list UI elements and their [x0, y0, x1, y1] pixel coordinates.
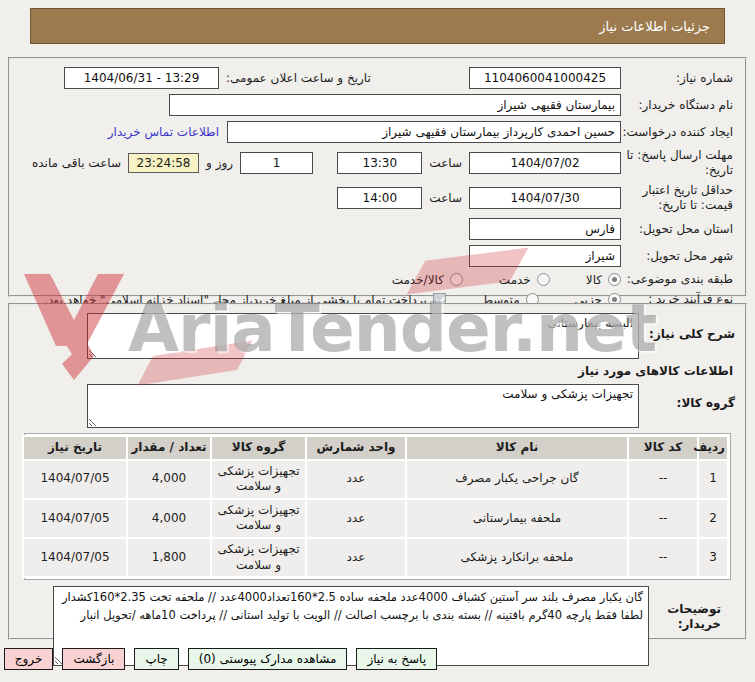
- table-cell: 1404/07/05: [23, 499, 127, 538]
- table-cell: 1404/07/05: [23, 538, 127, 577]
- buyer-org-input[interactable]: [169, 94, 621, 116]
- time-remaining-group: روز و 23:24:58 ساعت باقی مانده: [32, 152, 313, 174]
- exit-button[interactable]: خروج: [4, 648, 54, 670]
- buyer-description-label: توضیحات خریدار:: [649, 586, 721, 632]
- row-request-creator: ایجاد کننده درخواست: اطلاعات تماس خریدار: [22, 121, 733, 143]
- items-table: ردیفکد کالانام کالاواحد شمارشگروه کالاتع…: [22, 435, 729, 578]
- radio-icon[interactable]: [608, 273, 621, 286]
- table-cell: ملحفه برانکارد پزشکی: [406, 538, 628, 577]
- days-remaining-input[interactable]: [240, 152, 313, 174]
- subject-class-options: کالاخدمتکالا/خدمت: [356, 273, 621, 287]
- table-cell: --: [628, 538, 698, 577]
- back-button[interactable]: بازگشت: [62, 648, 125, 670]
- table-header-cell: کد کالا: [628, 436, 698, 460]
- price-validity-time-input[interactable]: [337, 187, 422, 209]
- goods-section-header: اطلاعات کالاهای مورد نیاز: [22, 364, 733, 378]
- table-header-cell: تعداد / مقدار: [127, 436, 211, 460]
- table-cell: 3: [698, 538, 728, 577]
- reply-deadline-label: مهلت ارسال پاسخ: تا تاریخ:: [621, 148, 733, 178]
- row-goods-group: گروه کالا: تجهیزات پزشکی و سلامت: [20, 384, 735, 428]
- price-validity-time-label: ساعت: [429, 191, 462, 205]
- table-header-cell: ردیف: [698, 436, 728, 460]
- table-cell: عدد: [306, 538, 406, 577]
- table-cell: 4,000: [127, 460, 211, 499]
- buyer-contact-link[interactable]: اطلاعات تماس خریدار: [108, 125, 219, 139]
- items-table-wrap: ردیفکد کالانام کالاواحد شمارشگروه کالاتع…: [24, 433, 731, 580]
- view-attachments-button[interactable]: مشاهده مدارک پیوستی (0): [188, 648, 348, 670]
- table-cell: 1: [698, 460, 728, 499]
- need-info-groupbox: شماره نیاز: تاریخ و ساعت اعلان عمومی: 14…: [8, 57, 747, 297]
- page-title: جزئیات اطلاعات نیاز: [30, 8, 725, 44]
- row-overall-need: شرح کلی نیاز: البسه بیمارستانی: [20, 313, 735, 359]
- row-buyer-org: نام دستگاه خریدار:: [22, 94, 733, 116]
- days-remaining-text: روز و: [206, 156, 233, 170]
- need-number-input[interactable]: [469, 67, 621, 89]
- need-goods-groupbox: شرح کلی نیاز: البسه بیمارستانی اطلاعات ک…: [8, 303, 747, 640]
- table-row: 3--ملحفه برانکارد پزشکیعددتجهیزات پزشکی …: [23, 538, 728, 577]
- request-creator-input[interactable]: [227, 121, 621, 143]
- hours-remaining-text: ساعت باقی مانده: [32, 156, 121, 170]
- items-table-header-row: ردیفکد کالانام کالاواحد شمارشگروه کالاتع…: [23, 436, 728, 460]
- radio-icon[interactable]: [537, 273, 550, 286]
- row-reply-deadline: مهلت ارسال پاسخ: تا تاریخ: ساعت روز و 23…: [22, 148, 733, 178]
- goods-group-textarea[interactable]: تجهیزات پزشکی و سلامت: [87, 384, 639, 428]
- announce-datetime-label: تاریخ و ساعت اعلان عمومی:: [226, 71, 371, 85]
- price-validity-date-input[interactable]: [469, 187, 621, 209]
- province-input[interactable]: [469, 218, 621, 240]
- announce-datetime-group: تاریخ و ساعت اعلان عمومی: 1404/06/31 - 1…: [64, 67, 371, 89]
- table-cell: 1404/07/05: [23, 460, 127, 499]
- need-details-page: جزئیات اطلاعات نیاز شماره نیاز: تاریخ و …: [0, 0, 755, 682]
- reply-deadline-time-input[interactable]: [337, 152, 422, 174]
- items-table-body: 1--گان جراحی یکبار مصرفعددتجهیزات پزشکی …: [23, 460, 728, 578]
- city-label: شهر محل تحویل:: [621, 249, 733, 264]
- request-creator-label: ایجاد کننده درخواست:: [621, 125, 733, 140]
- radio-icon[interactable]: [450, 273, 463, 286]
- radio-option[interactable]: کالا/خدمت: [392, 273, 463, 287]
- row-subject-class: طبقه بندی موضوعی: کالاخدمتکالا/خدمت: [22, 272, 733, 287]
- table-cell: --: [628, 460, 698, 499]
- need-number-label: شماره نیاز:: [621, 71, 733, 86]
- table-cell: 1,800: [127, 538, 211, 577]
- table-header-cell: تاریخ نیاز: [23, 436, 127, 460]
- city-input[interactable]: [469, 245, 621, 267]
- table-cell: 4,000: [127, 499, 211, 538]
- table-cell: تجهیزات پزشکی و سلامت: [211, 460, 306, 499]
- table-header-cell: واحد شمارش: [306, 436, 406, 460]
- reply-to-need-button[interactable]: پاسخ به نیاز: [356, 648, 437, 670]
- announce-datetime-value: 1404/06/31 - 13:29: [64, 67, 219, 89]
- overall-need-textarea[interactable]: البسه بیمارستانی: [87, 313, 639, 359]
- radio-label: خدمت: [499, 273, 531, 287]
- table-cell: گان جراحی یکبار مصرف: [406, 460, 628, 499]
- buyer-org-label: نام دستگاه خریدار:: [621, 98, 733, 113]
- subject-class-label: طبقه بندی موضوعی:: [621, 272, 733, 287]
- reply-deadline-date-input[interactable]: [469, 152, 621, 174]
- radio-option[interactable]: خدمت: [499, 273, 550, 287]
- print-button[interactable]: چاپ: [134, 648, 178, 670]
- table-row: 1--گان جراحی یکبار مصرفعددتجهیزات پزشکی …: [23, 460, 728, 499]
- goods-group-label: گروه کالا:: [639, 384, 735, 411]
- province-label: استان محل تحویل:: [621, 222, 733, 237]
- table-cell: --: [628, 499, 698, 538]
- table-cell: عدد: [306, 499, 406, 538]
- table-cell: ملحفه بیمارستانی: [406, 499, 628, 538]
- row-need-number: شماره نیاز: تاریخ و ساعت اعلان عمومی: 14…: [22, 67, 733, 89]
- radio-option[interactable]: کالا: [586, 273, 621, 287]
- price-validity-label: حداقل تاریخ اعتبار قیمت: تا تاریخ:: [621, 183, 733, 213]
- countdown-timer: 23:24:58: [128, 153, 199, 173]
- footer-buttons: پاسخ به نیاز مشاهده مدارک پیوستی (0) چاپ…: [4, 648, 437, 670]
- radio-label: کالا/خدمت: [392, 273, 444, 287]
- row-price-validity: حداقل تاریخ اعتبار قیمت: تا تاریخ: ساعت: [22, 183, 733, 213]
- table-row: 2--ملحفه بیمارستانیعددتجهیزات پزشکی و سل…: [23, 499, 728, 538]
- table-cell: عدد: [306, 460, 406, 499]
- row-city: شهر محل تحویل:: [22, 245, 733, 267]
- table-header-cell: گروه کالا: [211, 436, 306, 460]
- table-header-cell: نام کالا: [406, 436, 628, 460]
- overall-need-label: شرح کلی نیاز:: [639, 313, 735, 342]
- row-province: استان محل تحویل:: [22, 218, 733, 240]
- table-cell: تجهیزات پزشکی و سلامت: [211, 538, 306, 577]
- radio-label: کالا: [586, 273, 602, 287]
- reply-deadline-time-label: ساعت: [429, 156, 462, 170]
- table-cell: تجهیزات پزشکی و سلامت: [211, 499, 306, 538]
- table-cell: 2: [698, 499, 728, 538]
